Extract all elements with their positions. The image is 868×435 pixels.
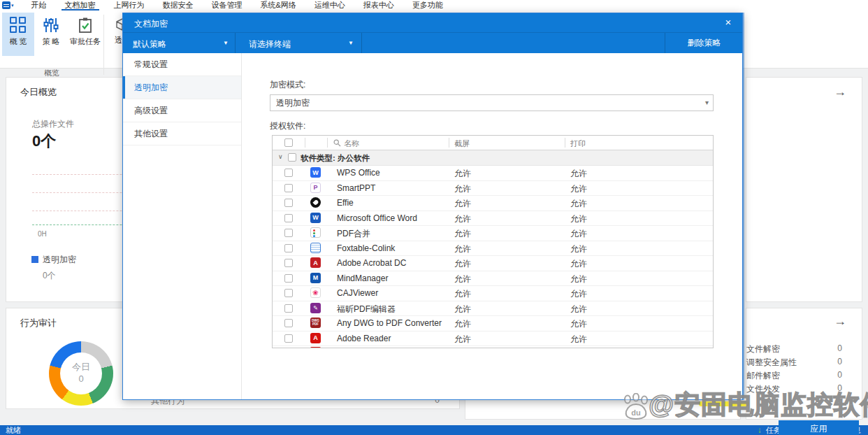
dialog-toolbar: 默认策略 ▼ 请选择终端 ▼ 删除策略 xyxy=(123,33,742,53)
stat-value: 0 xyxy=(837,383,842,393)
screenshot-permission: 允许 xyxy=(454,213,471,225)
table-row: PDF合并允许允许 xyxy=(273,226,713,241)
name-column-header[interactable]: 名称 xyxy=(344,138,359,149)
table-row: Adobe Reader允许允许 xyxy=(273,331,713,347)
screenshot-permission: 允许 xyxy=(454,273,471,285)
ribbon-group-divider xyxy=(103,15,104,75)
mode-select[interactable]: 透明加密 ▾ xyxy=(270,94,714,111)
software-group-row: ∨ 软件类型: 办公软件 xyxy=(273,150,713,166)
ribbon-button-label: 策 略 xyxy=(36,36,66,47)
print-permission: 允许 xyxy=(570,183,587,195)
policy-dropdown[interactable]: 默认策略 xyxy=(133,38,166,50)
effie-icon xyxy=(310,197,321,208)
menu-tab-设备管理[interactable]: 设备管理 xyxy=(203,0,252,10)
group-checkbox[interactable] xyxy=(288,153,296,162)
software-table: 名称 截屏 打印 ∨ 软件类型: 办公软件 WPS Office允许允许Smar… xyxy=(272,135,714,348)
menu-tab-更多功能[interactable]: 更多功能 xyxy=(403,0,452,10)
app-name: MindManager xyxy=(337,273,388,283)
dialog-nav-item-其他设置[interactable]: 其他设置 xyxy=(123,122,241,145)
dialog-content: 加密模式: 透明加密 ▾ 授权软件: 名称 截屏 打印 ∨ xyxy=(243,53,742,399)
chevron-down-icon[interactable]: ▼ xyxy=(348,40,354,46)
table-row: Microsoft Office Word允许允许 xyxy=(273,211,713,227)
app-name: Adobe Acrobat DC xyxy=(337,258,406,268)
right-top-card: → xyxy=(746,77,862,302)
app-name: Microsoft Office Word xyxy=(337,213,417,223)
menu-tab-数据安全[interactable]: 数据安全 xyxy=(154,0,203,10)
overview-grid-icon xyxy=(10,17,27,34)
download-arrow-icon: ↓ xyxy=(758,425,762,435)
row-checkbox[interactable] xyxy=(284,244,293,252)
print-permission: 允许 xyxy=(570,273,587,285)
row-checkbox[interactable] xyxy=(284,289,293,297)
status-bar: 就绪 ↓ 任务中心 45条未读信息 xyxy=(0,425,868,435)
table-row: CAJViewer允许允许 xyxy=(273,286,713,301)
dialog-nav: 常规设置透明加密高级设置其他设置 xyxy=(123,53,242,399)
select-all-checkbox[interactable] xyxy=(284,138,293,147)
dialog-nav-item-高级设置[interactable]: 高级设置 xyxy=(123,99,241,122)
dialog-nav-item-透明加密[interactable]: 透明加密 xyxy=(123,76,241,99)
word-icon xyxy=(310,213,321,223)
menu-tabs: 开始文档加密上网行为数据安全设备管理系统&网络运维中心报表中心更多功能 xyxy=(22,0,452,10)
arrow-right-icon[interactable]: → xyxy=(834,314,846,329)
screenshot-permission: 允许 xyxy=(454,168,471,180)
chevron-expanded-icon[interactable]: ∨ xyxy=(278,153,283,160)
app-menu-button[interactable]: ▾ xyxy=(2,1,14,9)
list-item: 文件解密0 xyxy=(754,343,862,357)
menu-tab-运维中心[interactable]: 运维中心 xyxy=(305,0,354,10)
table-body: WPS Office允许允许SmartPPT允许允许Effie允许允许Micro… xyxy=(273,166,713,346)
apply-button[interactable]: 应用 xyxy=(779,420,859,435)
row-checkbox[interactable] xyxy=(284,184,293,192)
menu-tab-报表中心[interactable]: 报表中心 xyxy=(354,0,403,10)
table-row: Foxtable-Colink允许允许 xyxy=(273,241,713,257)
print-permission: 允许 xyxy=(570,318,587,330)
print-permission: 允许 xyxy=(570,168,587,180)
row-checkbox[interactable] xyxy=(284,334,293,343)
delete-policy-button[interactable]: 删除策略 xyxy=(665,33,744,53)
row-checkbox[interactable] xyxy=(284,319,293,327)
stat-value: 0 xyxy=(837,370,842,380)
table-row: Adobe Acrobat DC允许允许 xyxy=(273,256,713,271)
print-permission: 允许 xyxy=(570,304,587,315)
acrobat-icon xyxy=(310,257,321,268)
close-icon[interactable]: × xyxy=(721,16,735,28)
app-name: PDF合并 xyxy=(337,228,370,240)
row-checkbox[interactable] xyxy=(284,169,293,177)
dialog-nav-item-常规设置[interactable]: 常规设置 xyxy=(123,53,241,76)
table-row: SmartPPT允许允许 xyxy=(273,181,713,197)
menu-tab-开始[interactable]: 开始 xyxy=(22,0,56,10)
arrow-right-icon[interactable]: → xyxy=(834,85,846,99)
menu-tab-上网行为[interactable]: 上网行为 xyxy=(105,0,154,10)
print-column-header: 打印 xyxy=(570,138,586,149)
chevron-down-icon[interactable]: ▼ xyxy=(223,40,229,46)
cajviewer-icon xyxy=(310,287,321,298)
print-permission: 允许 xyxy=(570,334,587,345)
chevron-down-icon: ▾ xyxy=(11,3,14,8)
row-checkbox[interactable] xyxy=(284,259,293,267)
chart-legend: 透明加密 0个 xyxy=(31,252,76,282)
dwg-to-pdf-icon xyxy=(310,318,321,328)
table-row: Any DWG to PDF Converter允许允许 xyxy=(273,316,713,331)
menu-tab-系统&网络[interactable]: 系统&网络 xyxy=(252,0,305,10)
total-files-value: 0个 xyxy=(32,131,56,152)
ribbon-button-overview[interactable]: 概 览 xyxy=(2,13,34,56)
search-icon xyxy=(333,139,341,147)
terminal-dropdown[interactable]: 请选择终端 xyxy=(249,38,291,50)
screenshot-permission: 允许 xyxy=(454,228,471,240)
row-checkbox[interactable] xyxy=(284,214,293,222)
ribbon-button-approval[interactable]: 审批任务 xyxy=(67,13,103,56)
ribbon-button-policy[interactable]: 策 略 xyxy=(36,13,66,56)
menu-tab-文档加密[interactable]: 文档加密 xyxy=(56,0,105,10)
row-checkbox[interactable] xyxy=(284,304,293,313)
app-name: Adobe Reader xyxy=(337,334,391,343)
stat-label: 调整安全属性 xyxy=(746,357,797,369)
dialog-title-bar: 文档加密 × xyxy=(123,13,742,33)
row-checkbox[interactable] xyxy=(284,274,293,283)
row-checkbox[interactable] xyxy=(284,229,293,237)
partial-row xyxy=(273,346,713,348)
screenshot-permission: 允许 xyxy=(454,288,471,300)
row-checkbox[interactable] xyxy=(284,199,293,207)
stat-label: 文件解密 xyxy=(746,343,780,355)
print-permission: 允许 xyxy=(570,213,587,225)
ribbon-button-label: 审批任务 xyxy=(67,36,103,47)
screenshot-permission: 允许 xyxy=(454,304,471,315)
